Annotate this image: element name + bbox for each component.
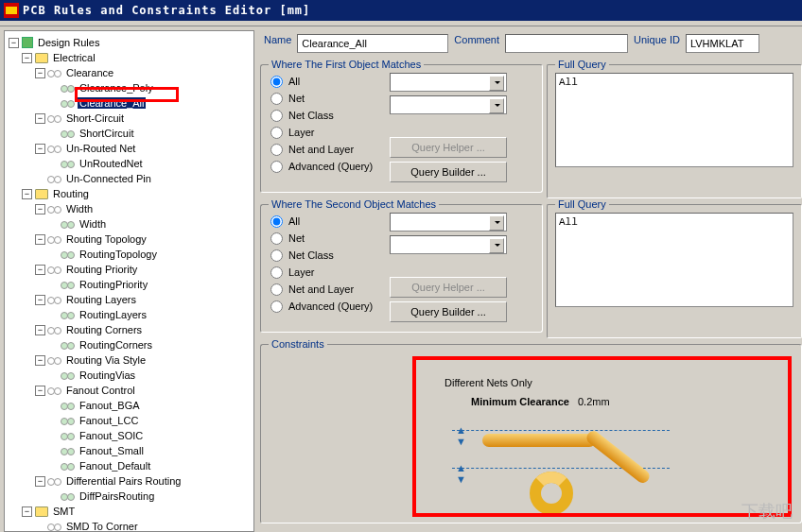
tree-clearance[interactable]: − Clearance bbox=[35, 65, 253, 80]
full-query-2: Full Query All bbox=[547, 204, 802, 338]
rule-icon bbox=[61, 83, 75, 93]
tree-fanout-soic[interactable]: Fanout_SOIC bbox=[48, 428, 253, 443]
radio-netclass[interactable]: Net Class bbox=[270, 107, 380, 124]
radio-layer-2[interactable]: Layer bbox=[270, 264, 380, 281]
tree-rvias-rule[interactable]: RoutingVias bbox=[48, 368, 253, 383]
radio-advanced[interactable]: Advanced (Query) bbox=[270, 158, 380, 175]
net-combo[interactable] bbox=[390, 73, 507, 92]
tree-rcorners-rule[interactable]: RoutingCorners bbox=[48, 337, 253, 352]
tree-fanout-lcc[interactable]: Fanout_LCC bbox=[48, 413, 253, 428]
query-builder-button-2[interactable]: Query Builder ... bbox=[390, 301, 507, 322]
radio-all-2[interactable]: All bbox=[270, 213, 380, 230]
rule-icon bbox=[61, 280, 75, 289]
name-field[interactable] bbox=[297, 34, 448, 53]
arrow-icon: ▲▼ bbox=[456, 424, 467, 447]
tree-rvias[interactable]: −Routing Via Style bbox=[35, 352, 253, 368]
tree-rtopo-rule[interactable]: RoutingTopology bbox=[48, 247, 253, 262]
rule-icon bbox=[61, 416, 75, 425]
tree-routing[interactable]: −Routing bbox=[22, 186, 253, 201]
folder-icon bbox=[35, 53, 48, 63]
radio-net[interactable]: Net bbox=[270, 90, 380, 107]
min-clearance-value[interactable]: 0.2mm bbox=[578, 396, 610, 407]
net-combo-2[interactable] bbox=[390, 213, 507, 232]
collapse-icon[interactable]: − bbox=[35, 113, 45, 124]
rule-icon bbox=[48, 144, 61, 153]
rule-icon bbox=[61, 219, 75, 229]
constraints-highlight: Different Nets Only Minimum Clearance 0.… bbox=[412, 356, 792, 517]
trace-graphic bbox=[584, 428, 653, 485]
rule-icon bbox=[48, 234, 61, 244]
second-object-match-group: Where The Second Object Matches All Net … bbox=[260, 204, 543, 333]
full-query-text-2[interactable]: All bbox=[555, 213, 793, 307]
tree-rprio[interactable]: −Routing Priority bbox=[35, 262, 253, 277]
tree-clearance-all[interactable]: Clearance_All bbox=[48, 95, 253, 111]
via-graphic bbox=[530, 472, 573, 515]
tree-electrical[interactable]: − Electrical bbox=[22, 50, 253, 65]
uniqueid-field[interactable] bbox=[686, 34, 759, 53]
collapse-icon[interactable]: − bbox=[9, 38, 19, 48]
query-builder-button[interactable]: Query Builder ... bbox=[390, 162, 507, 182]
query-helper-button-2[interactable]: Query Helper ... bbox=[390, 277, 507, 298]
tree-fanout-bga[interactable]: Fanout_BGA bbox=[48, 398, 253, 413]
full-query-legend: Full Query bbox=[555, 198, 609, 210]
rules-tree[interactable]: − Design Rules − Electrical bbox=[9, 35, 253, 532]
tree-width-rule[interactable]: Width bbox=[48, 216, 253, 232]
window-title: PCB Rules and Constraints Editor [mm] bbox=[23, 4, 310, 17]
tree-rcorners[interactable]: −Routing Corners bbox=[35, 322, 253, 337]
rule-icon bbox=[61, 159, 75, 168]
netclass-combo-2[interactable] bbox=[390, 235, 507, 254]
tree-short-circuit[interactable]: −Short-Circuit bbox=[35, 111, 253, 126]
full-query-1: Full Query All bbox=[547, 64, 802, 198]
comment-label: Comment bbox=[454, 34, 499, 53]
tree-short-circuit-rule[interactable]: ShortCircuit bbox=[48, 126, 253, 141]
tree-diffpairs-rule[interactable]: DiffPairsRouting bbox=[48, 489, 253, 504]
query-helper-button[interactable]: Query Helper ... bbox=[390, 137, 507, 158]
radio-net-2[interactable]: Net bbox=[270, 230, 380, 247]
collapse-icon[interactable]: − bbox=[35, 68, 45, 78]
comment-field[interactable] bbox=[505, 34, 628, 53]
radio-netlayer-2[interactable]: Net and Layer bbox=[270, 281, 380, 298]
rule-icon bbox=[61, 129, 75, 138]
rule-icon bbox=[48, 295, 61, 304]
folder-icon bbox=[35, 506, 48, 517]
constraints-legend: Constraints bbox=[269, 338, 327, 350]
radio-netclass-2[interactable]: Net Class bbox=[270, 247, 380, 264]
radio-advanced-2[interactable]: Advanced (Query) bbox=[270, 298, 380, 315]
radio-all[interactable]: All bbox=[270, 73, 380, 90]
radio-netlayer[interactable]: Net and Layer bbox=[270, 141, 380, 158]
tree-fanout-default[interactable]: Fanout_Default bbox=[48, 458, 253, 473]
rule-icon bbox=[61, 401, 75, 410]
tree-rlayers[interactable]: −Routing Layers bbox=[35, 292, 253, 307]
tree-rprio-rule[interactable]: RoutingPriority bbox=[48, 277, 253, 292]
tree-smd-corner[interactable]: SMD To Corner bbox=[35, 519, 253, 532]
name-label: Name bbox=[264, 34, 291, 53]
app-icon bbox=[4, 3, 19, 18]
rule-icon bbox=[61, 431, 75, 440]
tree-width[interactable]: −Width bbox=[35, 201, 253, 216]
tree-rlayers-rule[interactable]: RoutingLayers bbox=[48, 307, 253, 322]
collapse-icon[interactable]: − bbox=[35, 144, 45, 154]
rule-icon bbox=[48, 174, 61, 183]
full-query-text[interactable]: All bbox=[555, 73, 793, 167]
collapse-icon[interactable]: − bbox=[22, 189, 32, 199]
tree-unrouted[interactable]: −Un-Routed Net bbox=[35, 141, 253, 156]
rule-icon bbox=[48, 476, 61, 486]
tree-fanout-small[interactable]: Fanout_Small bbox=[48, 443, 253, 458]
tree-design-rules[interactable]: − Design Rules bbox=[9, 35, 253, 50]
rule-icon bbox=[48, 265, 61, 274]
netclass-combo[interactable] bbox=[390, 95, 507, 114]
tree-unrouted-rule[interactable]: UnRoutedNet bbox=[48, 156, 253, 171]
rule-icon bbox=[61, 370, 75, 380]
tree-unconnected[interactable]: Un-Connected Pin bbox=[35, 171, 253, 186]
radio-layer[interactable]: Layer bbox=[270, 124, 380, 141]
collapse-icon[interactable]: − bbox=[22, 53, 32, 63]
folder-icon bbox=[35, 189, 48, 199]
rule-icon bbox=[48, 325, 61, 335]
rule-icon bbox=[61, 461, 75, 471]
tree-clearance-poly[interactable]: Clearance_Poly bbox=[48, 80, 253, 95]
tree-smt[interactable]: −SMT bbox=[22, 504, 253, 519]
tree-rtopo[interactable]: −Routing Topology bbox=[35, 232, 253, 247]
tree-diffpairs[interactable]: −Differential Pairs Routing bbox=[35, 473, 253, 489]
tree-fanout[interactable]: −Fanout Control bbox=[35, 383, 253, 398]
first-object-match-group: Where The First Object Matches All Net N… bbox=[260, 64, 543, 193]
